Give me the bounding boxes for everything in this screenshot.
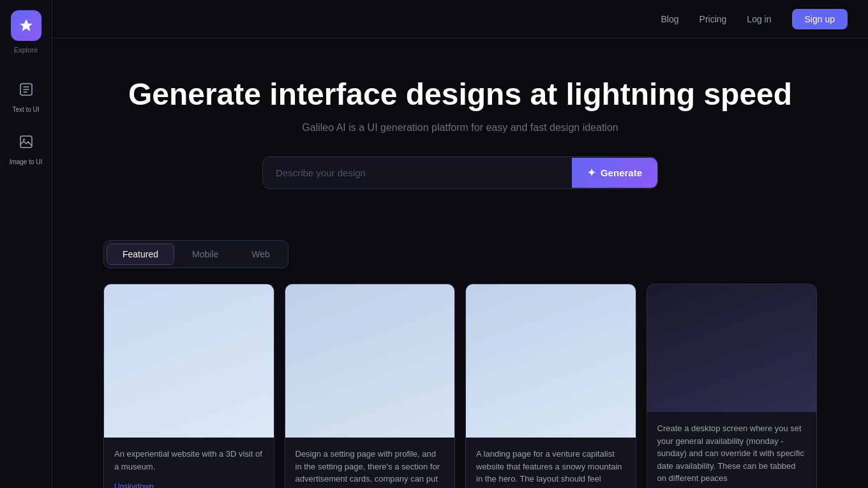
card-2-preview xyxy=(285,284,455,438)
search-input[interactable] xyxy=(263,157,572,188)
hero-section: Generate interface designs at lightning … xyxy=(52,38,868,240)
card-4-preview xyxy=(647,284,817,412)
generate-button[interactable]: ✦ Generate xyxy=(572,158,657,188)
tab-featured[interactable]: Featured xyxy=(107,243,174,265)
card-3-preview xyxy=(466,284,636,438)
tab-web[interactable]: Web xyxy=(236,243,285,265)
card-1-description: An experiential website with a 3D visit … xyxy=(114,448,264,473)
sidebar-item-label-image-to-ui: Image to UI xyxy=(10,158,43,166)
card-1-body: An experiential website with a 3D visit … xyxy=(104,438,274,488)
svg-rect-1 xyxy=(20,136,32,148)
tabs: Featured Mobile Web xyxy=(103,240,288,268)
card-4-body: Create a desktop screen where you set yo… xyxy=(647,412,817,488)
tab-mobile[interactable]: Mobile xyxy=(177,243,234,265)
svg-point-2 xyxy=(23,139,25,141)
cards-grid: An experiential website with a 3D visit … xyxy=(52,284,868,488)
card-1[interactable]: An experiential website with a 3D visit … xyxy=(103,284,274,488)
card-2[interactable]: Design a setting page with profile, and … xyxy=(285,284,456,488)
card-3-description: A landing page for a venture capitalist … xyxy=(476,448,625,488)
blog-link[interactable]: Blog xyxy=(661,14,679,24)
generate-button-label: Generate xyxy=(601,167,642,178)
search-container: ✦ Generate xyxy=(262,156,658,189)
image-icon xyxy=(13,129,39,155)
card-3[interactable]: A landing page for a venture capitalist … xyxy=(465,284,636,488)
pricing-link[interactable]: Pricing xyxy=(700,14,727,24)
hero-subtitle: Galileo AI is a UI generation platform f… xyxy=(103,122,817,133)
tabs-container: Featured Mobile Web xyxy=(52,240,868,268)
hero-title: Generate interface designs at lightning … xyxy=(103,77,817,112)
explore-label: Explore xyxy=(14,46,38,54)
card-4-description: Create a desktop screen where you set yo… xyxy=(657,422,807,485)
edit-icon xyxy=(13,77,39,102)
sparkle-icon: ✦ xyxy=(587,167,595,179)
card-3-body: A landing page for a venture capitalist … xyxy=(466,438,636,488)
sidebar: Explore Text to UI Image to UI xyxy=(0,0,52,488)
card-1-author: Upskydown xyxy=(114,482,154,488)
card-2-description: Design a setting page with profile, and … xyxy=(296,448,445,488)
login-link[interactable]: Log in xyxy=(747,14,771,24)
sidebar-item-text-to-ui[interactable]: Text to UI xyxy=(0,69,52,121)
main-content: Blog Pricing Log in Sign up Generate int… xyxy=(52,0,868,488)
signup-button[interactable]: Sign up xyxy=(792,9,848,29)
sidebar-item-label-text-to-ui: Text to UI xyxy=(12,106,39,114)
topnav: Blog Pricing Log in Sign up xyxy=(52,0,868,38)
card-1-preview xyxy=(104,284,274,438)
card-2-body: Design a setting page with profile, and … xyxy=(285,438,455,488)
logo-button[interactable] xyxy=(11,10,41,41)
card-4[interactable]: Create a desktop screen where you set yo… xyxy=(647,284,818,488)
sidebar-item-image-to-ui[interactable]: Image to UI xyxy=(0,121,52,174)
